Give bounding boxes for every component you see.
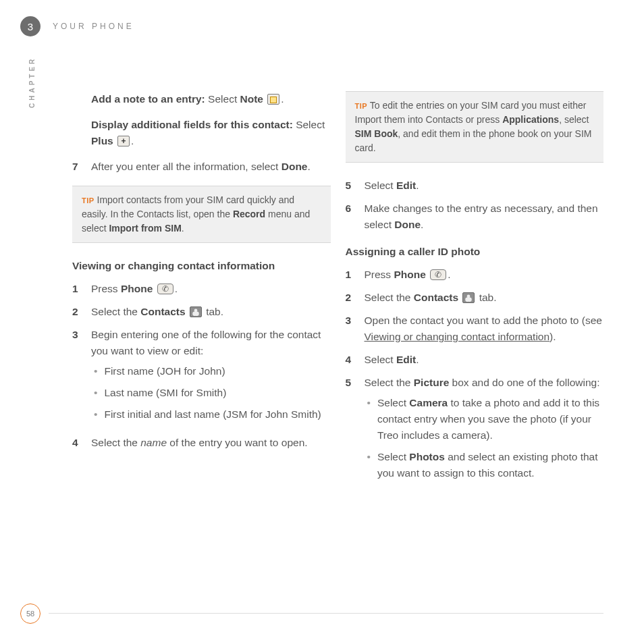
step-number: 5 [346,178,356,194]
step-number: 5 [346,375,356,487]
step-number: 3 [72,327,83,428]
content-area: Add a note to an entry: Select Note . Di… [91,91,603,493]
phone-icon [157,284,173,294]
step-number: 3 [346,313,356,345]
section-heading-caller-id: Assigning a caller ID photo [346,244,604,260]
step-text-a: Open the contact you want to add the pho… [365,315,602,326]
contacts-word: Contacts [414,292,458,303]
bullet-dot-icon: • [94,385,97,401]
note-entry-text: Select [205,93,240,105]
chapter-number-badge: 3 [20,16,41,36]
step-number: 2 [346,290,356,306]
phone-word: Phone [394,269,425,280]
step-number: 6 [346,200,356,233]
note-entry-heading: Add a note to an entry: [91,93,205,105]
step-number: 4 [72,435,83,451]
done-word: Done [281,161,308,172]
section-heading-viewing: Viewing or changing contact information [72,258,331,274]
step-text: Select [365,354,396,365]
viewing-step-1: 1 Press Phone . [91,281,331,297]
contacts-word: Contacts [140,306,185,317]
step-text: Press [365,269,394,280]
edit-word: Edit [396,180,416,191]
edit-step-5: 5 Select Edit. [365,178,604,194]
bullet-item: •First name (JOH for John) [91,363,331,379]
step-text-b: box and do one of the following: [449,377,599,388]
contacts-icon [190,306,202,317]
tip-label: TIP [355,102,368,110]
step-text-b: tab. [203,306,223,317]
tip-text-b: , select [559,114,589,125]
step-text-b: of the entry you want to open. [167,437,308,448]
bullet-dot-icon: • [94,363,97,379]
bullet-text-a: Select [377,451,409,462]
step-text: Begin entering one of the following for … [91,329,321,356]
header-title: YOUR PHONE [53,22,134,31]
plus-word: Plus [91,135,113,146]
step-text: Select [365,180,396,191]
photos-word: Photos [409,451,445,462]
tip-box-2: TIP To edit the entries on your SIM card… [346,91,604,163]
note-word: Note [240,93,263,105]
viewing-step-4: 4 Select the name of the entry you want … [91,435,331,451]
step-text-b: ). [549,331,556,342]
bullet-dot-icon: • [367,395,371,444]
sim-book-word: SIM Book [355,128,398,139]
step-text-a: Select the [91,437,140,448]
step-text-b: tab. [476,292,496,303]
phone-word: Phone [121,283,153,294]
bullet-dot-icon: • [94,406,97,423]
bullet-text-a: Select [377,397,409,408]
plus-icon [117,136,130,146]
bullet-item: •Select Photos and select an existing ph… [365,449,604,481]
footer-divider [49,613,603,614]
callerid-step-1: 1 Press Phone . [365,267,604,283]
bullet-text: First name (JOH for John) [104,363,225,379]
tip-box-1: TIP Import contacts from your SIM card q… [72,186,331,243]
bullet-text: Last name (SMI for Smith) [104,385,226,401]
import-sim-word: Import from SIM [109,223,181,234]
page-header: 3 YOUR PHONE [20,16,134,36]
phone-icon [430,269,446,280]
display-fields-heading: Display additional fields for this conta… [91,119,293,130]
bullet-item: •Select Camera to take a photo and add i… [365,395,604,444]
edit-step-6: 6 Make changes to the entry as necessary… [365,200,604,233]
viewing-step-3: 3 Begin entering one of the following fo… [91,327,331,428]
bullet-text: First initial and last name (JSM for Joh… [104,406,321,423]
step-text: Select the [91,306,140,317]
contacts-icon [462,292,475,303]
page-number-badge: 58 [20,603,41,624]
callerid-step-3: 3 Open the contact you want to add the p… [365,313,604,345]
left-column: Add a note to an entry: Select Note . Di… [91,91,331,493]
viewing-step-2: 2 Select the Contacts tab. [91,304,331,320]
name-italic: name [140,437,167,448]
step-7: 7 After you enter all the information, s… [91,159,331,175]
edit-word: Edit [396,354,416,365]
picture-word: Picture [414,377,450,388]
right-column: TIP To edit the entries on your SIM card… [365,91,604,493]
step-text-a: Select the [365,377,414,388]
callerid-step-2: 2 Select the Contacts tab. [365,290,604,306]
bullet-item: •First initial and last name (JSM for Jo… [91,406,331,423]
step-text: Press [91,283,121,294]
step-number: 1 [346,267,356,283]
step-number: 7 [72,159,83,175]
step-number: 1 [72,281,83,297]
step-number: 2 [72,304,83,320]
step-text: After you enter all the information, sel… [91,161,281,172]
bullet-item: •Last name (SMI for Smith) [91,385,331,401]
callerid-step-5: 5 Select the Picture box and do one of t… [365,375,604,487]
callerid-step-4: 4 Select Edit. [365,352,604,368]
applications-word: Applications [502,114,559,125]
step-number: 4 [346,352,356,368]
record-word: Record [233,209,265,219]
step-text: Select the [365,292,414,303]
done-word: Done [394,219,421,230]
chapter-side-label: CHAPTER [28,57,36,108]
tip-label: TIP [82,196,95,205]
note-icon [267,94,279,105]
cross-ref-link[interactable]: Viewing or changing contact information [365,331,550,342]
camera-word: Camera [409,397,448,408]
bullet-dot-icon: • [367,449,371,481]
display-fields-text: Select [293,119,325,130]
